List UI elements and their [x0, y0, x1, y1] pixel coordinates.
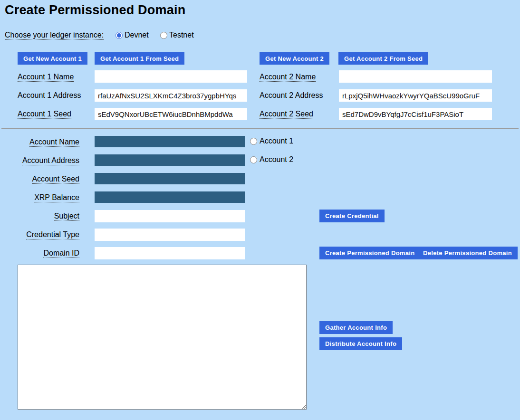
- xrp-balance-label: XRP Balance: [0, 193, 79, 202]
- account-2-address-label: Account 2 Address: [260, 91, 323, 100]
- get-new-account-2-button[interactable]: Get New Account 2: [260, 52, 329, 65]
- account-2-select-label[interactable]: Account 2: [260, 155, 293, 164]
- devnet-radio-label[interactable]: Devnet: [125, 31, 149, 39]
- account-name-label: Account Name: [0, 138, 79, 146]
- credential-type-label: Credential Type: [0, 230, 79, 239]
- account-1-seed-input[interactable]: [95, 108, 247, 120]
- account-1-address-input[interactable]: [95, 89, 247, 102]
- account-1-name-input[interactable]: [95, 70, 247, 83]
- account-2-name-input[interactable]: [339, 70, 492, 83]
- account-seed-field[interactable]: [95, 173, 245, 184]
- account-1-name-label: Account 1 Name: [18, 73, 74, 81]
- subject-label: Subject: [0, 212, 79, 220]
- xrp-balance-field[interactable]: [95, 191, 245, 203]
- distribute-account-info-button[interactable]: Distribute Account Info: [319, 337, 402, 350]
- section-divider: [1, 128, 519, 129]
- account-2-seed-input[interactable]: [339, 108, 492, 120]
- get-new-account-1-button[interactable]: Get New Account 1: [18, 52, 87, 65]
- create-permissioned-domain-page: Create Permissioned Domain Choose your l…: [0, 0, 520, 420]
- testnet-radio-label[interactable]: Testnet: [169, 31, 194, 39]
- account-2-address-input[interactable]: [339, 89, 492, 102]
- testnet-radio[interactable]: [160, 32, 167, 39]
- account-seed-label: Account Seed: [0, 175, 79, 183]
- ledger-instance-label: Choose your ledger instance:: [5, 31, 104, 39]
- results-textarea[interactable]: [18, 265, 307, 410]
- domain-id-input[interactable]: [95, 247, 245, 259]
- account-address-field[interactable]: [95, 154, 245, 166]
- devnet-radio[interactable]: [116, 32, 123, 39]
- page-title: Create Permissioned Domain: [5, 3, 185, 18]
- subject-input[interactable]: [95, 210, 245, 222]
- account-2-select-radio[interactable]: [250, 156, 257, 163]
- get-account-2-from-seed-button[interactable]: Get Account 2 From Seed: [338, 52, 428, 65]
- account-2-seed-label: Account 2 Seed: [260, 110, 313, 118]
- create-permissioned-domain-button[interactable]: Create Permissioned Domain: [319, 247, 420, 259]
- delete-permissioned-domain-button[interactable]: Delete Permissioned Domain: [417, 247, 518, 259]
- account-name-field[interactable]: [95, 136, 245, 147]
- credential-type-input[interactable]: [95, 229, 245, 241]
- account-1-select-radio[interactable]: [250, 138, 257, 145]
- create-credential-button[interactable]: Create Credential: [319, 210, 385, 222]
- account-1-seed-label: Account 1 Seed: [18, 110, 71, 118]
- account-address-label: Account Address: [0, 156, 79, 165]
- account-1-select-label[interactable]: Account 1: [260, 137, 293, 145]
- get-account-1-from-seed-button[interactable]: Get Account 1 From Seed: [95, 52, 184, 65]
- account-2-name-label: Account 2 Name: [260, 73, 316, 81]
- account-1-address-label: Account 1 Address: [18, 91, 81, 100]
- gather-account-info-button[interactable]: Gather Account Info: [319, 321, 393, 334]
- domain-id-label: Domain ID: [0, 249, 79, 258]
